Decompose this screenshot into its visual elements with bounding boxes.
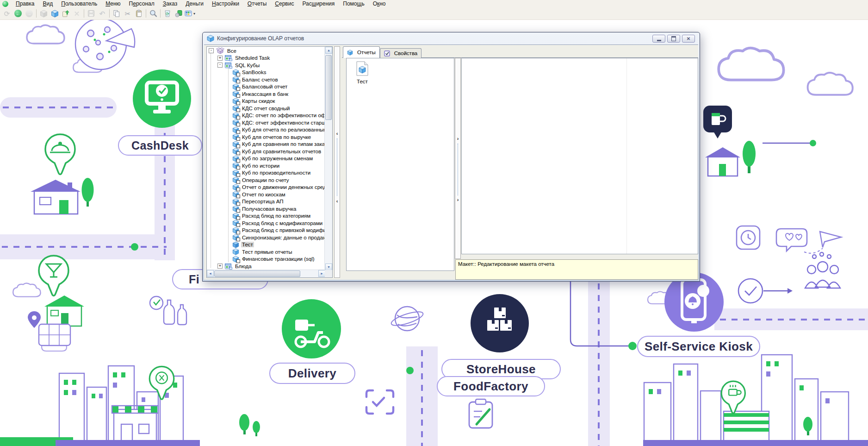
toolbar-button-forward-icon[interactable]: →	[24, 8, 35, 19]
tree-item-label: SQL Кубы	[234, 63, 260, 68]
tree-item[interactable]: Тест прямые отчеты	[207, 248, 325, 256]
splitter-collapse-icon[interactable]	[335, 131, 340, 136]
tree-item[interactable]: Получасовая выручка	[207, 205, 325, 213]
tree-horizontal-scrollbar[interactable]	[207, 270, 325, 277]
vertical-scroll-thumb[interactable]	[325, 55, 332, 120]
app-icon	[2, 1, 8, 7]
tab-properties[interactable]: Свойства	[380, 48, 422, 58]
menu-item-5[interactable]: Персонал	[125, 0, 159, 7]
tree-item[interactable]: Пересортица АП	[207, 198, 325, 206]
tree-expand-toggle[interactable]: -	[217, 63, 223, 68]
report-item[interactable]: Тест	[351, 61, 373, 84]
tree-item[interactable]: Куб для сравнения по типам заказ	[207, 141, 325, 148]
tree-item[interactable]: КДС: отчет по эффективности офи	[207, 112, 325, 119]
toolbar-button-search-icon[interactable]	[148, 8, 159, 19]
tree-expand-toggle[interactable]: +	[217, 56, 223, 61]
title-bar[interactable]: Конфигурирование OLAP отчетов	[203, 32, 700, 44]
toolbar-button-back-icon[interactable]: ←	[12, 8, 24, 19]
horizontal-scroll-thumb[interactable]	[214, 270, 300, 277]
tree-item[interactable]: Инкассация в банк	[207, 90, 325, 98]
menu-item-4[interactable]: Меню	[101, 0, 124, 7]
menu-item-12[interactable]: Помощь	[339, 0, 368, 7]
cube-icon	[232, 133, 239, 140]
menu-item-9[interactable]: Отчеты	[243, 0, 271, 7]
toolbar-button-recycle-icon[interactable]: ⟳	[162, 8, 173, 19]
tree-item[interactable]: Расход блюд с модификаторами	[207, 220, 325, 227]
menu-item-2[interactable]: Вид	[39, 0, 57, 7]
splitter-expand-icon[interactable]	[455, 197, 460, 202]
tab-reports[interactable]: Отчеты	[343, 46, 380, 58]
splitter-expand-icon[interactable]	[455, 136, 460, 141]
toolbar-button-import-icon[interactable]	[60, 8, 71, 19]
scroll-up-button[interactable]	[325, 47, 332, 54]
menu-item-7[interactable]: Деньги	[181, 0, 208, 7]
window-buttons	[652, 35, 695, 43]
tree-item-label: Отчет о движении денежных средс	[241, 184, 325, 190]
scroll-down-button[interactable]	[325, 264, 332, 270]
menu-item-10[interactable]: Сервис	[271, 0, 298, 7]
tree-vertical-scrollbar[interactable]	[324, 47, 332, 270]
toolbar-button-save-icon[interactable]	[86, 8, 97, 19]
toolbar-button-paste-icon[interactable]	[133, 8, 144, 19]
tree-item[interactable]: SanBooks	[207, 69, 325, 76]
toolbar-button-cube-blue-icon[interactable]	[49, 8, 60, 19]
menu-item-11[interactable]: Расширения	[298, 0, 339, 7]
close-button[interactable]	[682, 35, 695, 43]
splitter-collapse-icon[interactable]	[335, 199, 340, 203]
toolbar-button-undo-icon[interactable]: ↶	[97, 8, 108, 19]
minimize-button[interactable]	[652, 35, 665, 43]
tree-item[interactable]: Баланс счетов	[207, 76, 325, 83]
tree-expand-toggle[interactable]: -	[209, 48, 214, 53]
tree-item[interactable]: Куб для отчетов по выручке	[207, 133, 325, 141]
tree-item[interactable]: Отчет о движении денежных средс	[207, 184, 325, 191]
tree-item[interactable]: Отчет по киоскам	[207, 191, 325, 198]
tab-label: Свойства	[394, 50, 418, 56]
tree-item[interactable]: Расход блюд по категориям	[207, 213, 325, 220]
menu-item-8[interactable]: Настройки	[208, 0, 243, 7]
olap-cube-icon	[207, 35, 214, 42]
reports-splitter[interactable]	[455, 58, 461, 259]
menu-item-3[interactable]: Пользователь	[57, 0, 101, 7]
scroll-left-button[interactable]	[207, 270, 214, 277]
layout-editor-area[interactable]	[461, 58, 698, 254]
tree-item[interactable]: Расход блюд с привязкой модифик	[207, 227, 325, 234]
tree-item[interactable]: КДС: отчет эффективности старши	[207, 119, 325, 126]
menu-item-1[interactable]: Правка	[12, 0, 39, 7]
tree-splitter[interactable]	[334, 46, 340, 278]
tree-item[interactable]: Куб по загруженным сменам	[207, 155, 325, 163]
tree-item[interactable]: Операции по счету	[207, 176, 325, 184]
tree-item[interactable]: Тест	[207, 241, 325, 249]
tree-item[interactable]: Балансовый отчет	[207, 83, 325, 91]
cube-icon	[232, 170, 239, 176]
people-illustration	[805, 252, 840, 288]
toolbar-button-export-icon[interactable]	[173, 8, 184, 19]
tree-item[interactable]: Куб по истории	[207, 162, 325, 170]
tree-item[interactable]: +Блюда	[207, 263, 325, 270]
menu-item-13[interactable]: Окно	[369, 0, 390, 7]
maximize-button[interactable]	[667, 35, 680, 43]
toolbar-button-refresh-icon[interactable]: ⟳	[1, 8, 12, 19]
toolbar-button-copy-icon[interactable]	[111, 8, 122, 19]
tree-item[interactable]: -SQL Кубы	[207, 62, 325, 69]
scroll-right-button[interactable]	[318, 270, 325, 277]
tree-item[interactable]: Карты скидок	[207, 98, 325, 105]
tree-item[interactable]: Финансовые транзакции (sql)	[207, 256, 325, 263]
tree-item[interactable]: +Sheduled Task	[207, 55, 325, 62]
tree-expand-toggle[interactable]: +	[217, 264, 223, 269]
cube-icon	[232, 227, 239, 234]
menu-item-6[interactable]: Заказ	[159, 0, 181, 7]
toolbar-button-cut-icon[interactable]: ✂	[122, 8, 133, 19]
cube-icon	[232, 198, 239, 205]
toolbar-button-grid-icon[interactable]: ▾	[184, 8, 195, 19]
tree-item[interactable]: КДС отчет сводный	[207, 105, 325, 112]
reports-list-panel[interactable]: Тест	[346, 58, 454, 271]
dropdown-caret-icon[interactable]: ▾	[193, 12, 195, 16]
tree-item[interactable]: -Все	[207, 47, 325, 55]
toolbar-button-cube-gray-icon[interactable]	[38, 8, 49, 19]
tree-item[interactable]: Куб по производительности	[207, 170, 325, 177]
tree-item[interactable]: Синхронизация: данные о продажа	[207, 234, 325, 241]
tree-item[interactable]: Куб для отчета по реализованным	[207, 126, 325, 134]
tree-item[interactable]: Куб для сравнительных отчетов	[207, 148, 325, 155]
splitter-dots	[458, 144, 458, 195]
toolbar-button-delete-icon[interactable]: ✕	[71, 8, 82, 19]
